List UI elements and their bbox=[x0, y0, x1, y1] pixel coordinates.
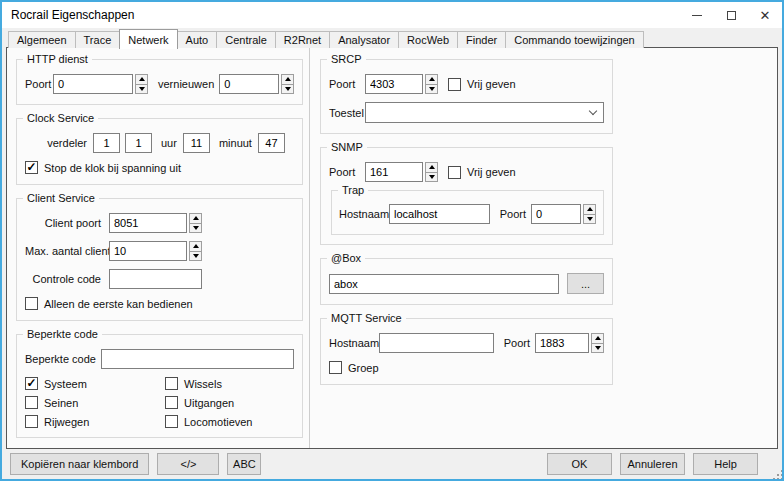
seinen-checkbox[interactable]: Seinen bbox=[25, 396, 165, 409]
locomotieven-checkbox[interactable]: Locomotieven bbox=[165, 415, 294, 428]
checkbox-label: Vrij geven bbox=[467, 78, 516, 90]
xml-code-button[interactable]: </> bbox=[157, 453, 219, 475]
checkbox-label: Vrij geven bbox=[467, 166, 516, 178]
toestel-dropdown[interactable] bbox=[365, 102, 604, 123]
max-clients-spinner[interactable] bbox=[189, 241, 202, 261]
client-poort-label: Client poort bbox=[25, 217, 101, 229]
mqtt-poort-spinner[interactable] bbox=[591, 333, 604, 353]
spin-down-icon[interactable] bbox=[425, 172, 438, 183]
close-button[interactable]: ✕ bbox=[748, 2, 782, 28]
http-poort-input[interactable] bbox=[53, 74, 133, 94]
window-title: Rocrail Eigenschappen bbox=[11, 8, 134, 22]
wissels-checkbox[interactable]: Wissels bbox=[165, 377, 294, 390]
maximize-button[interactable] bbox=[714, 2, 748, 28]
resize-grip-icon[interactable] bbox=[777, 474, 779, 476]
abc-button[interactable]: ABC bbox=[227, 453, 261, 475]
tab-r2rnet[interactable]: R2Rnet bbox=[275, 31, 330, 48]
snmp-group: SNMP Poort Vrij geven Trap bbox=[320, 147, 613, 245]
trap-poort-label: Poort bbox=[500, 208, 526, 220]
window-controls: ✕ bbox=[680, 2, 782, 28]
tab-finder[interactable]: Finder bbox=[457, 31, 506, 48]
checkbox-box[interactable]: ✓ bbox=[25, 377, 38, 390]
verdeler1-input[interactable] bbox=[93, 133, 120, 153]
snmp-poort-spinner[interactable] bbox=[425, 162, 438, 182]
http-poort-spinner[interactable] bbox=[135, 74, 148, 94]
trap-poort-input[interactable] bbox=[531, 204, 581, 224]
snmp-poort-label: Poort bbox=[329, 166, 365, 178]
client-poort-spinner[interactable] bbox=[189, 213, 202, 233]
clock-service-group: Clock Service verdeler uur minuut ✓ Stop… bbox=[16, 118, 303, 185]
checkbox-box[interactable] bbox=[329, 361, 342, 374]
spin-down-icon[interactable] bbox=[583, 214, 596, 225]
trap-hostnaam-input[interactable] bbox=[389, 204, 490, 224]
minimize-button[interactable] bbox=[680, 2, 714, 28]
alleen-eerste-checkbox[interactable]: Alleen de eerste kan bedienen bbox=[25, 297, 294, 310]
checkbox-label: Wissels bbox=[184, 378, 222, 390]
uitgangen-checkbox[interactable]: Uitgangen bbox=[165, 396, 294, 409]
poort-label: Poort bbox=[25, 78, 53, 90]
max-clients-label: Max. aantal clients bbox=[25, 245, 101, 257]
checkbox-label: Alleen de eerste kan bedienen bbox=[44, 298, 193, 310]
checkbox-label: Uitgangen bbox=[184, 397, 234, 409]
mqtt-hostnaam-label: Hostnaam bbox=[329, 337, 379, 349]
groep-checkbox[interactable]: Groep bbox=[329, 361, 604, 374]
cancel-button[interactable]: Annuleren bbox=[620, 453, 685, 475]
checkbox-box[interactable]: ✓ bbox=[25, 161, 38, 174]
spin-down-icon[interactable] bbox=[425, 84, 438, 95]
column-divider bbox=[309, 48, 310, 448]
tab-algemeen[interactable]: Algemeen bbox=[8, 31, 76, 48]
abox-input[interactable] bbox=[329, 274, 559, 294]
checkbox-box[interactable] bbox=[448, 78, 461, 91]
title-bar[interactable]: Rocrail Eigenschappen ✕ bbox=[2, 2, 782, 28]
systeem-checkbox[interactable]: ✓ Systeem bbox=[25, 377, 165, 390]
checkbox-box[interactable] bbox=[25, 297, 38, 310]
verdeler-label: verdeler bbox=[25, 137, 87, 149]
tab-trace[interactable]: Trace bbox=[75, 31, 121, 48]
tab-analysator[interactable]: Analysator bbox=[329, 31, 399, 48]
group-title: Client Service bbox=[23, 192, 99, 204]
srcp-poort-input[interactable] bbox=[365, 74, 423, 94]
tab-commando-toewijzingen[interactable]: Commando toewijzingen bbox=[505, 31, 643, 48]
ok-button[interactable]: OK bbox=[547, 453, 612, 475]
uur-input[interactable] bbox=[183, 133, 210, 153]
copy-to-clipboard-button[interactable]: Kopiëren naar klembord bbox=[10, 453, 149, 475]
checkmark-icon: ✓ bbox=[26, 161, 36, 173]
checkbox-box[interactable] bbox=[165, 415, 178, 428]
client-poort-input[interactable] bbox=[109, 213, 187, 233]
snmp-poort-input[interactable] bbox=[365, 162, 423, 182]
rijwegen-checkbox[interactable]: Rijwegen bbox=[25, 415, 165, 428]
checkbox-box[interactable] bbox=[165, 396, 178, 409]
beperkte-code-input[interactable] bbox=[101, 349, 294, 369]
tab-centrale[interactable]: Centrale bbox=[216, 31, 276, 48]
mqtt-poort-input[interactable] bbox=[535, 333, 589, 353]
http-vernieuwen-spinner[interactable] bbox=[281, 74, 294, 94]
controle-code-input[interactable] bbox=[109, 269, 202, 289]
spin-down-icon[interactable] bbox=[591, 343, 604, 354]
checkbox-box[interactable] bbox=[448, 166, 461, 179]
http-vernieuwen-input[interactable] bbox=[219, 74, 279, 94]
spin-down-icon[interactable] bbox=[189, 223, 202, 234]
help-button[interactable]: Help bbox=[693, 453, 758, 475]
srcp-vrij-geven-checkbox[interactable]: Vrij geven bbox=[448, 78, 516, 91]
tab-netwerk[interactable]: Netwerk bbox=[119, 29, 177, 49]
trap-poort-spinner[interactable] bbox=[583, 204, 596, 224]
checkbox-box[interactable] bbox=[25, 396, 38, 409]
verdeler2-input[interactable] bbox=[125, 133, 152, 153]
checkbox-box[interactable] bbox=[165, 377, 178, 390]
stop-klok-checkbox[interactable]: ✓ Stop de klok bij spanning uit bbox=[25, 161, 294, 174]
srcp-poort-spinner[interactable] bbox=[425, 74, 438, 94]
max-clients-input[interactable] bbox=[109, 241, 187, 261]
beperkte-code-label: Beperkte code bbox=[25, 353, 95, 365]
abox-browse-button[interactable]: ... bbox=[567, 273, 604, 294]
checkbox-box[interactable] bbox=[25, 415, 38, 428]
tab-rocweb[interactable]: RocWeb bbox=[398, 31, 458, 48]
minuut-input[interactable] bbox=[258, 133, 285, 153]
spin-down-icon[interactable] bbox=[281, 84, 294, 95]
snmp-vrij-geven-checkbox[interactable]: Vrij geven bbox=[448, 166, 516, 179]
dialog-footer: Kopiëren naar klembord </> ABC OK Annule… bbox=[2, 449, 782, 479]
mqtt-hostnaam-input[interactable] bbox=[379, 333, 494, 353]
tab-auto[interactable]: Auto bbox=[177, 31, 218, 48]
spin-down-icon[interactable] bbox=[135, 84, 148, 95]
checkbox-label: Locomotieven bbox=[184, 416, 253, 428]
spin-down-icon[interactable] bbox=[189, 251, 202, 262]
